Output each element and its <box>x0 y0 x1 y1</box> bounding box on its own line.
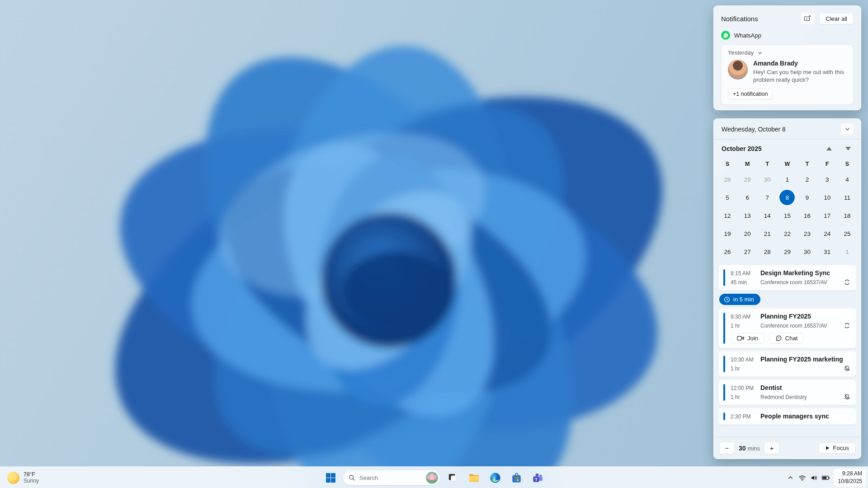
more-notifications-button[interactable]: +1 notification <box>728 89 773 99</box>
calendar-day[interactable]: 30 <box>757 170 777 188</box>
start-button[interactable] <box>321 469 340 487</box>
calendar-day[interactable]: 23 <box>797 225 817 243</box>
file-explorer-button[interactable] <box>465 469 483 487</box>
chat-icon <box>775 335 782 342</box>
weather-condition: Sunny <box>24 478 39 484</box>
decrease-minutes-button[interactable]: − <box>719 442 735 454</box>
calendar-day[interactable]: 31 <box>817 243 837 261</box>
calendar-date-header: Wednesday, October 8 <box>714 119 861 140</box>
task-view-button[interactable] <box>443 469 462 487</box>
event-location: Conference room 16537/AV <box>760 323 844 329</box>
calendar-weekday: S <box>717 161 737 167</box>
calendar-day[interactable]: 1 <box>777 170 797 188</box>
calendar-next-month-button[interactable] <box>845 147 851 150</box>
calendar-prev-month-button[interactable] <box>826 147 832 150</box>
calendar-day[interactable]: 3 <box>817 170 837 188</box>
show-hidden-icons-button[interactable] <box>785 469 797 487</box>
event-location: Conference room 16537/AV <box>760 279 844 286</box>
weather-widget[interactable]: 78°F Sunny <box>3 468 43 487</box>
calendar-day[interactable]: 17 <box>817 206 837 225</box>
search-input[interactable] <box>359 474 418 481</box>
svg-text:T: T <box>535 477 538 481</box>
notifications-header: Notifications z Clear all <box>721 12 854 25</box>
reminder-text: in 5 min <box>733 296 754 303</box>
calendar-day[interactable]: 12 <box>717 206 737 225</box>
search-highlight-image[interactable] <box>426 472 438 484</box>
clock-button[interactable]: 9:28 AM 10/8/2025 <box>834 469 866 487</box>
action-label: Join <box>747 335 758 342</box>
action-label: Chat <box>785 335 797 342</box>
calendar-day[interactable]: 5 <box>717 188 737 206</box>
increase-minutes-button[interactable]: + <box>764 442 779 454</box>
teams-button[interactable]: T <box>528 469 547 487</box>
calendar-day[interactable]: 21 <box>757 225 777 243</box>
calendar-weekday: S <box>837 161 857 167</box>
calendar-day[interactable]: 29 <box>737 170 757 188</box>
teams-icon: T <box>532 472 543 483</box>
notifications-title: Notifications <box>721 15 758 23</box>
calendar-day[interactable]: 18 <box>837 206 857 225</box>
do-not-disturb-button[interactable]: z <box>800 12 815 25</box>
calendar-day[interactable]: 10 <box>817 188 837 206</box>
calendar-day[interactable]: 7 <box>757 188 777 206</box>
event-accent-bar <box>723 313 725 344</box>
chevron-down-icon[interactable] <box>757 50 763 56</box>
event-title: Planning FY2025 marketing <box>760 356 843 363</box>
calendar-day[interactable]: 6 <box>737 188 757 206</box>
microsoft-store-icon <box>511 472 522 483</box>
agenda-event[interactable]: 8:15 AMDesign Marketing Sync45 minConfer… <box>718 265 856 291</box>
calendar-day[interactable]: 16 <box>797 206 817 225</box>
calendar-weekday: F <box>817 161 837 167</box>
calendar-day[interactable]: 29 <box>777 243 797 261</box>
calendar-day[interactable]: 14 <box>757 206 777 225</box>
volume-icon <box>808 469 820 487</box>
calendar-day[interactable]: 1 <box>837 243 857 261</box>
calendar-day[interactable]: 28 <box>757 243 777 261</box>
event-location: Redmond Dentistry <box>760 394 844 400</box>
calendar-day[interactable]: 24 <box>817 225 837 243</box>
focus-session-bar: − 30mins + Focus <box>714 437 861 459</box>
taskbar-search[interactable] <box>343 470 440 485</box>
calendar-day[interactable]: 19 <box>717 225 737 243</box>
calendar-day[interactable]: 11 <box>837 188 857 206</box>
video-icon <box>737 335 744 341</box>
calendar-day[interactable]: 13 <box>737 206 757 225</box>
event-accent-bar <box>723 356 725 372</box>
calendar-day[interactable]: 15 <box>777 206 797 225</box>
notification-app-group[interactable]: WhatsApp <box>721 30 854 41</box>
clear-all-button[interactable]: Clear all <box>819 13 854 24</box>
calendar-day[interactable]: 20 <box>737 225 757 243</box>
event-title: People managers sync <box>760 413 829 420</box>
join-button[interactable]: Join <box>731 333 764 343</box>
sender-avatar <box>728 60 748 80</box>
calendar-day[interactable]: 22 <box>777 225 797 243</box>
calendar-day[interactable]: 4 <box>837 170 857 188</box>
notification-card[interactable]: Yesterday Amanda Brady Hey! Can you help… <box>721 45 854 105</box>
calendar-day[interactable]: 27 <box>737 243 757 261</box>
calendar-day[interactable]: 25 <box>837 225 857 243</box>
microsoft-store-button[interactable] <box>507 469 525 487</box>
focus-duration-value: 30 <box>739 445 746 452</box>
calendar-day[interactable]: 26 <box>717 243 737 261</box>
agenda-event[interactable]: 9:30 AMPlanning FY20251 hrConference roo… <box>718 308 856 348</box>
chat-button[interactable]: Chat <box>769 333 804 343</box>
reminder-pill: in 5 min <box>719 294 760 305</box>
calendar-day[interactable]: 2 <box>797 170 817 188</box>
quick-settings-button[interactable] <box>797 469 832 487</box>
event-duration: 1 hr <box>731 394 760 400</box>
calendar-date-label: Wednesday, October 8 <box>722 126 786 133</box>
calendar-collapse-button[interactable] <box>840 123 854 135</box>
calendar-day-selected[interactable]: 8 <box>777 188 797 206</box>
agenda-event[interactable]: 12:00 PMDentist1 hrRedmond Dentistry <box>718 380 856 405</box>
sunny-icon <box>7 472 19 484</box>
agenda-event[interactable]: 10:30 AMPlanning FY2025 marketing1 hr <box>718 351 856 377</box>
chevron-up-icon <box>788 475 793 481</box>
calendar-day[interactable]: 28 <box>717 170 737 188</box>
agenda-list[interactable]: 8:15 AMDesign Marketing Sync45 minConfer… <box>714 261 861 437</box>
focus-duration: 30mins <box>739 445 760 452</box>
calendar-day[interactable]: 9 <box>797 188 817 206</box>
agenda-event[interactable]: 2:30 PMPeople managers sync <box>718 408 856 425</box>
edge-button[interactable] <box>486 469 504 487</box>
calendar-day[interactable]: 30 <box>797 243 817 261</box>
focus-button[interactable]: Focus <box>819 442 855 454</box>
